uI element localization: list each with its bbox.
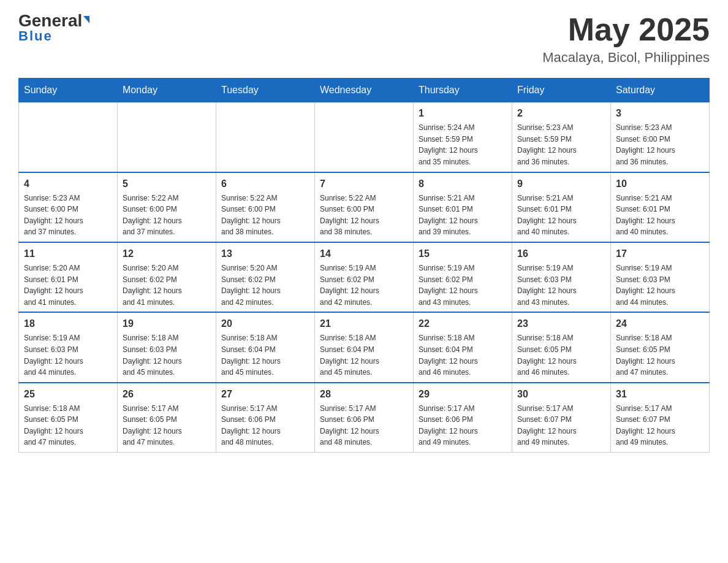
day-info: Sunrise: 5:21 AM Sunset: 6:01 PM Dayligh… [616, 193, 704, 238]
calendar-week-row: 4Sunrise: 5:23 AM Sunset: 6:00 PM Daylig… [19, 172, 710, 242]
calendar-week-row: 25Sunrise: 5:18 AM Sunset: 6:05 PM Dayli… [19, 383, 710, 453]
weekday-header-sunday: Sunday [19, 79, 118, 102]
logo: General Blue [18, 12, 89, 44]
day-info: Sunrise: 5:17 AM Sunset: 6:06 PM Dayligh… [419, 403, 507, 448]
calendar-cell: 15Sunrise: 5:19 AM Sunset: 6:02 PM Dayli… [414, 242, 512, 312]
calendar-cell: 19Sunrise: 5:18 AM Sunset: 6:03 PM Dayli… [118, 312, 216, 382]
day-info: Sunrise: 5:18 AM Sunset: 6:04 PM Dayligh… [419, 332, 507, 378]
calendar-cell: 27Sunrise: 5:17 AM Sunset: 6:06 PM Dayli… [216, 383, 315, 453]
calendar-week-row: 11Sunrise: 5:20 AM Sunset: 6:01 PM Dayli… [19, 242, 710, 312]
day-info: Sunrise: 5:23 AM Sunset: 6:00 PM Dayligh… [616, 122, 704, 167]
calendar-cell: 10Sunrise: 5:21 AM Sunset: 6:01 PM Dayli… [611, 172, 710, 242]
day-number: 10 [616, 177, 704, 191]
logo-blue: Blue [18, 28, 53, 44]
day-info: Sunrise: 5:23 AM Sunset: 6:00 PM Dayligh… [24, 193, 112, 238]
calendar-cell: 14Sunrise: 5:19 AM Sunset: 6:02 PM Dayli… [315, 242, 414, 312]
weekday-header-saturday: Saturday [611, 79, 710, 102]
day-info: Sunrise: 5:20 AM Sunset: 6:02 PM Dayligh… [123, 262, 211, 308]
day-number: 18 [24, 316, 112, 331]
day-info: Sunrise: 5:17 AM Sunset: 6:07 PM Dayligh… [517, 403, 605, 448]
weekday-header-tuesday: Tuesday [216, 79, 315, 102]
calendar-cell [19, 102, 118, 172]
day-info: Sunrise: 5:19 AM Sunset: 6:03 PM Dayligh… [24, 332, 112, 378]
calendar-cell [118, 102, 216, 172]
day-info: Sunrise: 5:24 AM Sunset: 5:59 PM Dayligh… [419, 122, 507, 167]
day-info: Sunrise: 5:22 AM Sunset: 6:00 PM Dayligh… [221, 193, 309, 238]
calendar-cell: 18Sunrise: 5:19 AM Sunset: 6:03 PM Dayli… [19, 312, 118, 382]
calendar-cell: 5Sunrise: 5:22 AM Sunset: 6:00 PM Daylig… [118, 172, 216, 242]
page-header: General Blue May 2025 Macalaya, Bicol, P… [18, 12, 710, 66]
day-number: 9 [517, 177, 605, 191]
calendar-cell: 11Sunrise: 5:20 AM Sunset: 6:01 PM Dayli… [19, 242, 118, 312]
day-number: 2 [517, 106, 605, 121]
day-number: 31 [616, 387, 704, 402]
day-number: 28 [320, 387, 408, 402]
day-info: Sunrise: 5:19 AM Sunset: 6:03 PM Dayligh… [616, 262, 704, 308]
day-number: 12 [123, 247, 211, 261]
day-number: 13 [221, 247, 309, 261]
day-number: 15 [419, 247, 507, 261]
calendar-cell: 13Sunrise: 5:20 AM Sunset: 6:02 PM Dayli… [216, 242, 315, 312]
calendar-cell: 3Sunrise: 5:23 AM Sunset: 6:00 PM Daylig… [611, 102, 710, 172]
calendar-cell: 16Sunrise: 5:19 AM Sunset: 6:03 PM Dayli… [512, 242, 611, 312]
month-title: May 2025 [542, 12, 710, 47]
calendar-cell: 30Sunrise: 5:17 AM Sunset: 6:07 PM Dayli… [512, 383, 611, 453]
day-info: Sunrise: 5:18 AM Sunset: 6:05 PM Dayligh… [517, 332, 605, 378]
weekday-header-wednesday: Wednesday [315, 79, 414, 102]
calendar-cell: 22Sunrise: 5:18 AM Sunset: 6:04 PM Dayli… [414, 312, 512, 382]
day-number: 16 [517, 247, 605, 261]
day-info: Sunrise: 5:20 AM Sunset: 6:01 PM Dayligh… [24, 262, 112, 308]
calendar-cell: 1Sunrise: 5:24 AM Sunset: 5:59 PM Daylig… [414, 102, 512, 172]
day-info: Sunrise: 5:17 AM Sunset: 6:05 PM Dayligh… [123, 403, 211, 448]
day-info: Sunrise: 5:18 AM Sunset: 6:04 PM Dayligh… [221, 332, 309, 378]
calendar-cell: 6Sunrise: 5:22 AM Sunset: 6:00 PM Daylig… [216, 172, 315, 242]
calendar-cell: 23Sunrise: 5:18 AM Sunset: 6:05 PM Dayli… [512, 312, 611, 382]
logo-arrow-icon [83, 16, 89, 23]
calendar-week-row: 1Sunrise: 5:24 AM Sunset: 5:59 PM Daylig… [19, 102, 710, 172]
weekday-header-monday: Monday [118, 79, 216, 102]
day-info: Sunrise: 5:21 AM Sunset: 6:01 PM Dayligh… [517, 193, 605, 238]
day-number: 27 [221, 387, 309, 402]
day-number: 22 [419, 316, 507, 331]
day-info: Sunrise: 5:19 AM Sunset: 6:02 PM Dayligh… [419, 262, 507, 308]
day-number: 19 [123, 316, 211, 331]
calendar-cell: 4Sunrise: 5:23 AM Sunset: 6:00 PM Daylig… [19, 172, 118, 242]
day-number: 26 [123, 387, 211, 402]
calendar-table: SundayMondayTuesdayWednesdayThursdayFrid… [18, 78, 710, 453]
calendar-cell: 7Sunrise: 5:22 AM Sunset: 6:00 PM Daylig… [315, 172, 414, 242]
day-info: Sunrise: 5:18 AM Sunset: 6:03 PM Dayligh… [123, 332, 211, 378]
day-info: Sunrise: 5:21 AM Sunset: 6:01 PM Dayligh… [419, 193, 507, 238]
day-info: Sunrise: 5:17 AM Sunset: 6:07 PM Dayligh… [616, 403, 704, 448]
day-info: Sunrise: 5:22 AM Sunset: 6:00 PM Dayligh… [320, 193, 408, 238]
day-number: 23 [517, 316, 605, 331]
day-number: 24 [616, 316, 704, 331]
calendar-cell: 12Sunrise: 5:20 AM Sunset: 6:02 PM Dayli… [118, 242, 216, 312]
calendar-cell: 20Sunrise: 5:18 AM Sunset: 6:04 PM Dayli… [216, 312, 315, 382]
calendar-cell: 26Sunrise: 5:17 AM Sunset: 6:05 PM Dayli… [118, 383, 216, 453]
day-number: 3 [616, 106, 704, 121]
calendar-cell: 28Sunrise: 5:17 AM Sunset: 6:06 PM Dayli… [315, 383, 414, 453]
day-number: 1 [419, 106, 507, 121]
calendar-cell: 21Sunrise: 5:18 AM Sunset: 6:04 PM Dayli… [315, 312, 414, 382]
day-number: 11 [24, 247, 112, 261]
calendar-cell: 31Sunrise: 5:17 AM Sunset: 6:07 PM Dayli… [611, 383, 710, 453]
weekday-header-row: SundayMondayTuesdayWednesdayThursdayFrid… [19, 79, 710, 102]
day-number: 4 [24, 177, 112, 191]
calendar-cell: 2Sunrise: 5:23 AM Sunset: 5:59 PM Daylig… [512, 102, 611, 172]
day-info: Sunrise: 5:18 AM Sunset: 6:05 PM Dayligh… [24, 403, 112, 448]
calendar-cell: 8Sunrise: 5:21 AM Sunset: 6:01 PM Daylig… [414, 172, 512, 242]
logo-text: General [18, 12, 89, 29]
day-info: Sunrise: 5:19 AM Sunset: 6:02 PM Dayligh… [320, 262, 408, 308]
day-number: 25 [24, 387, 112, 402]
location-title: Macalaya, Bicol, Philippines [542, 50, 710, 66]
day-info: Sunrise: 5:20 AM Sunset: 6:02 PM Dayligh… [221, 262, 309, 308]
calendar-cell: 24Sunrise: 5:18 AM Sunset: 6:05 PM Dayli… [611, 312, 710, 382]
day-number: 21 [320, 316, 408, 331]
weekday-header-friday: Friday [512, 79, 611, 102]
day-number: 5 [123, 177, 211, 191]
day-number: 29 [419, 387, 507, 402]
calendar-week-row: 18Sunrise: 5:19 AM Sunset: 6:03 PM Dayli… [19, 312, 710, 382]
day-number: 30 [517, 387, 605, 402]
day-info: Sunrise: 5:22 AM Sunset: 6:00 PM Dayligh… [123, 193, 211, 238]
day-info: Sunrise: 5:17 AM Sunset: 6:06 PM Dayligh… [320, 403, 408, 448]
